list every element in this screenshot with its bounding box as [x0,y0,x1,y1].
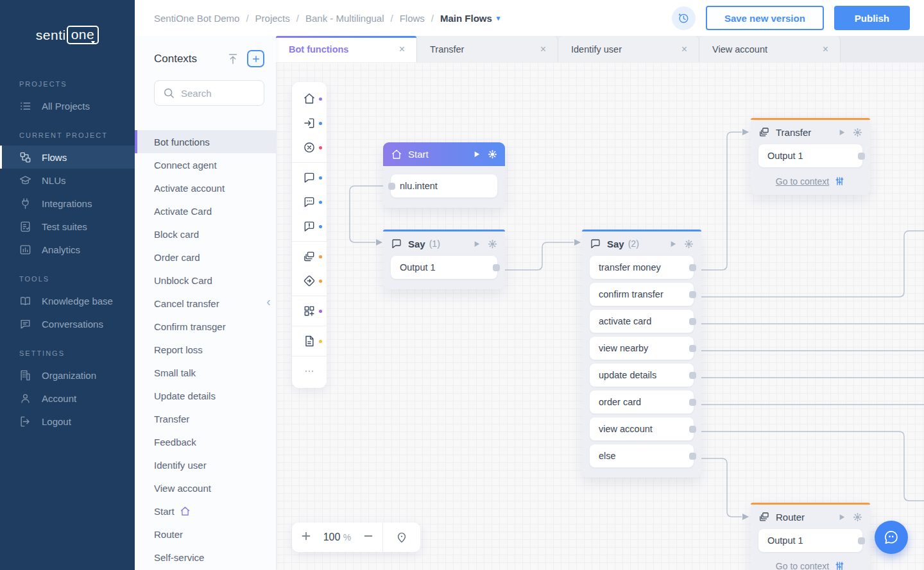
sidebar-item-nlus[interactable]: NLUs [0,169,135,192]
node-output[interactable]: confirm transfer [590,283,694,306]
sidebar-item-organization[interactable]: Organization [0,364,135,387]
output-port[interactable] [689,318,696,325]
context-item-start[interactable]: Start [135,499,276,523]
sliders-icon[interactable] [834,176,845,187]
node-output[interactable]: Output 1 [758,529,862,552]
save-new-version-button[interactable]: Save new version [706,6,824,30]
add-context-button[interactable] [247,50,264,67]
node-header[interactable]: Router [751,505,870,529]
context-item-report-loss[interactable]: Report loss [135,338,276,361]
collapse-panel-chevron[interactable]: ‹ [266,295,271,308]
node-output[interactable]: Output 1 [391,256,497,279]
sidebar-item-account[interactable]: Account [0,387,135,410]
context-item-self-service[interactable]: Self-service [135,546,276,569]
breadcrumb-current-flow-selector[interactable]: Main Flows ▾ [440,13,500,24]
node-header[interactable]: Say (2) [582,231,701,256]
palette-script-node[interactable] [292,329,327,353]
palette-goto-node[interactable] [292,269,327,293]
node-output[interactable]: order card [590,390,694,414]
gear-icon[interactable] [684,239,694,249]
breadcrumb-item[interactable]: Projects [255,13,290,24]
gear-icon[interactable] [853,128,862,137]
breadcrumb-item[interactable]: SentiOne Bot Demo [154,13,239,24]
context-item-cancel-transfer[interactable]: Cancel transfer [135,292,276,315]
node-output[interactable]: update details [590,364,694,387]
gear-icon[interactable] [853,512,862,522]
node-transfer-context[interactable]: Transfer Output 1 Go to context [751,118,870,195]
breadcrumb-item[interactable]: Bank - Multilingual [305,13,384,24]
search-input[interactable] [181,88,258,99]
input-port[interactable] [388,183,395,190]
palette-integration-node[interactable] [292,299,327,323]
output-port[interactable] [689,291,696,298]
tab-close-icon[interactable]: × [823,44,828,55]
chat-widget-button[interactable] [875,521,908,554]
output-port[interactable] [493,264,500,271]
tab-view-account[interactable]: View account × [699,36,841,62]
palette-more-button[interactable] [292,359,327,383]
node-input-nlu-intent[interactable]: nlu.intent [391,174,497,197]
output-port[interactable] [689,372,696,379]
center-view-button[interactable] [383,531,420,544]
gear-icon[interactable] [488,239,497,249]
output-port[interactable] [689,453,696,460]
sidebar-item-knowledge-base[interactable]: Knowledge base [0,289,135,312]
play-icon[interactable] [668,239,678,249]
sidebar-item-analytics[interactable]: Analytics [0,238,135,261]
node-output[interactable]: activate card [590,310,694,333]
sidebar-item-logout[interactable]: Logout [0,410,135,433]
sidebar-item-all-projects[interactable]: All Projects [0,94,135,117]
output-port[interactable] [689,345,696,352]
sliders-icon[interactable] [834,560,845,570]
node-header[interactable]: Transfer [751,120,870,144]
tab-close-icon[interactable]: × [399,44,405,55]
context-item-activate-account[interactable]: Activate account [135,176,276,199]
sidebar-item-flows[interactable]: Flows [0,146,135,169]
context-item-transfer[interactable]: Transfer [135,407,276,430]
flow-canvas[interactable]: Start nlu.intent Say (1) [276,62,924,570]
context-item-activate-card[interactable]: Activate Card [135,199,276,222]
node-header[interactable]: Start [383,142,505,166]
node-header[interactable]: Say (1) [383,231,505,256]
play-icon[interactable] [472,239,481,249]
sidebar-item-conversations[interactable]: Conversations [0,312,135,335]
sidebar-item-test-suites[interactable]: Test suites [0,215,135,238]
node-say-2[interactable]: Say (2) transfer money confirm transfer … [582,230,701,478]
context-item-block-card[interactable]: Block card [135,222,276,246]
context-item-view-account[interactable]: View account [135,476,276,499]
node-output[interactable]: transfer money [590,256,694,279]
palette-context-node[interactable] [292,244,327,269]
gear-icon[interactable] [488,149,497,159]
context-item-identify-user[interactable]: Identify user [135,453,276,476]
zoom-in-button[interactable] [292,530,320,546]
play-icon[interactable] [837,128,846,137]
output-port[interactable] [689,264,696,271]
play-icon[interactable] [472,149,481,159]
version-history-button[interactable] [672,6,696,30]
node-output[interactable]: else [590,444,694,467]
node-say-1[interactable]: Say (1) Output 1 [383,230,505,289]
palette-ask-node[interactable] [292,190,327,214]
node-output[interactable]: view nearby [590,337,694,360]
context-item-order-card[interactable]: Order card [135,246,276,269]
output-port[interactable] [858,153,865,160]
breadcrumb-item[interactable]: Flows [400,13,425,24]
context-item-feedback[interactable]: Feedback [135,430,276,453]
context-item-router[interactable]: Router [135,523,276,546]
publish-button[interactable]: Publish [834,6,910,30]
tab-transfer[interactable]: Transfer × [417,36,558,62]
output-port[interactable] [689,426,696,433]
tab-bot-functions[interactable]: Bot functions × [276,36,417,62]
palette-start-node[interactable] [292,87,327,111]
play-icon[interactable] [837,512,846,522]
tab-close-icon[interactable]: × [540,44,546,55]
node-output[interactable]: view account [590,417,694,440]
palette-notify-node[interactable] [292,214,327,239]
sidebar-item-integrations[interactable]: Integrations [0,192,135,215]
node-router-context[interactable]: Router Output 1 Go to context [751,503,870,570]
palette-say-node[interactable] [292,165,327,190]
context-item-bot-functions[interactable]: Bot functions [135,130,276,153]
palette-entry-node[interactable] [292,111,327,135]
tab-close-icon[interactable]: × [681,44,687,55]
context-item-unblock-card[interactable]: Unblock Card [135,269,276,292]
